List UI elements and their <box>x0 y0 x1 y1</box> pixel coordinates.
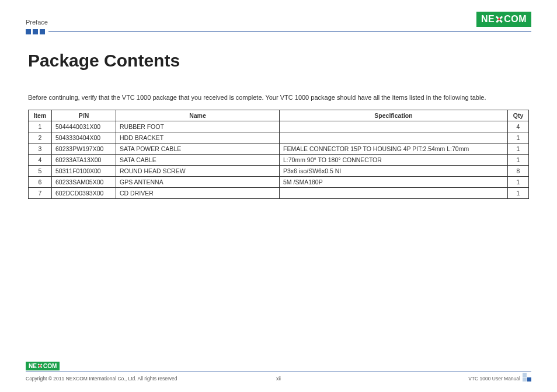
cell-spec <box>280 132 508 143</box>
cell-pn: 60233PW197X00 <box>52 143 116 154</box>
cell-name: GPS ANTENNA <box>116 176 280 187</box>
table-row: 3 60233PW197X00 SATA POWER CABLE FEMALE … <box>29 143 529 154</box>
cell-spec: P3x6 iso/SW6x0.5 NI <box>280 165 508 176</box>
header-squares-icon <box>26 29 45 34</box>
cell-qty: 1 <box>508 143 529 154</box>
table-row: 5 50311F0100X00 ROUND HEAD SCREW P3x6 is… <box>29 165 529 176</box>
cell-qty: 1 <box>508 176 529 187</box>
doc-name: VTC 1000 User Manual <box>468 376 520 382</box>
cell-spec: 5M /SMA180P <box>280 176 508 187</box>
cell-item: 2 <box>29 132 52 143</box>
cell-qty: 4 <box>508 121 529 132</box>
cell-item: 3 <box>29 143 52 154</box>
copyright-text: Copyright © 2011 NEXCOM International Co… <box>26 376 177 382</box>
logo-x-icon <box>495 15 503 23</box>
cell-item: 1 <box>29 121 52 132</box>
cell-name: HDD BRACKET <box>116 132 280 143</box>
table-row: 7 602DCD0393X00 CD DRIVER 1 <box>29 187 529 198</box>
footer-rule <box>26 372 531 373</box>
table-header-row: Item P/N Name Specification Qty <box>29 110 529 121</box>
footer-logo-left: NE <box>29 363 37 369</box>
cell-name: SATA POWER CABLE <box>116 143 280 154</box>
page-content: Package Contents Before continuing, veri… <box>0 34 557 199</box>
page-title: Package Contents <box>28 51 529 71</box>
footer-logo: NE COM <box>26 360 531 372</box>
cell-item: 4 <box>29 154 52 165</box>
cell-spec: FEMALE CONNECTOR 15P TO HOUSING 4P PIT:2… <box>280 143 508 154</box>
table-row: 2 5043330404X00 HDD BRACKET 1 <box>29 132 529 143</box>
footer-squares-icon <box>523 373 531 382</box>
table-row: 1 5044440031X00 RUBBER FOOT 4 <box>29 121 529 132</box>
th-spec: Specification <box>280 110 508 121</box>
cell-spec <box>280 121 508 132</box>
header-rule <box>0 29 557 34</box>
th-item: Item <box>29 110 52 121</box>
cell-name: SATA CABLE <box>116 154 280 165</box>
nexcom-logo: NE COM <box>476 12 531 27</box>
cell-pn: 60233SAM05X00 <box>52 176 116 187</box>
footer-right: VTC 1000 User Manual <box>468 373 531 382</box>
cell-pn: 60233ATA13X00 <box>52 154 116 165</box>
header-logo: NE COM <box>476 12 531 27</box>
package-table: Item P/N Name Specification Qty 1 504444… <box>28 110 529 199</box>
table-row: 4 60233ATA13X00 SATA CABLE L:70mm 90° TO… <box>29 154 529 165</box>
nexcom-logo-small: NE COM <box>26 362 60 370</box>
cell-name: RUBBER FOOT <box>116 121 280 132</box>
logo-text-right: COM <box>504 14 527 24</box>
cell-qty: 8 <box>508 165 529 176</box>
th-name: Name <box>116 110 280 121</box>
intro-paragraph: Before continuing, verify that the VTC 1… <box>28 93 529 103</box>
footer-logo-x-icon <box>37 363 43 369</box>
th-pn: P/N <box>52 110 116 121</box>
th-qty: Qty <box>508 110 529 121</box>
cell-qty: 1 <box>508 132 529 143</box>
cell-pn: 50311F0100X00 <box>52 165 116 176</box>
cell-item: 5 <box>29 165 52 176</box>
cell-spec: L:70mm 90° TO 180° CONNECTOR <box>280 154 508 165</box>
table-row: 6 60233SAM05X00 GPS ANTENNA 5M /SMA180P … <box>29 176 529 187</box>
cell-spec <box>280 187 508 198</box>
logo-text-left: NE <box>481 14 495 24</box>
cell-item: 6 <box>29 176 52 187</box>
page-footer: NE COM Copyright © 2011 NEXCOM Internati… <box>0 360 557 382</box>
cell-qty: 1 <box>508 154 529 165</box>
header-section-label: Preface <box>26 19 48 27</box>
page-number: xii <box>276 376 281 382</box>
page-header: Preface NE COM <box>0 0 557 27</box>
cell-item: 7 <box>29 187 52 198</box>
cell-pn: 5043330404X00 <box>52 132 116 143</box>
cell-qty: 1 <box>508 187 529 198</box>
cell-pn: 5044440031X00 <box>52 121 116 132</box>
footer-logo-right: COM <box>43 363 57 369</box>
cell-name: ROUND HEAD SCREW <box>116 165 280 176</box>
cell-name: CD DRIVER <box>116 187 280 198</box>
cell-pn: 602DCD0393X00 <box>52 187 116 198</box>
